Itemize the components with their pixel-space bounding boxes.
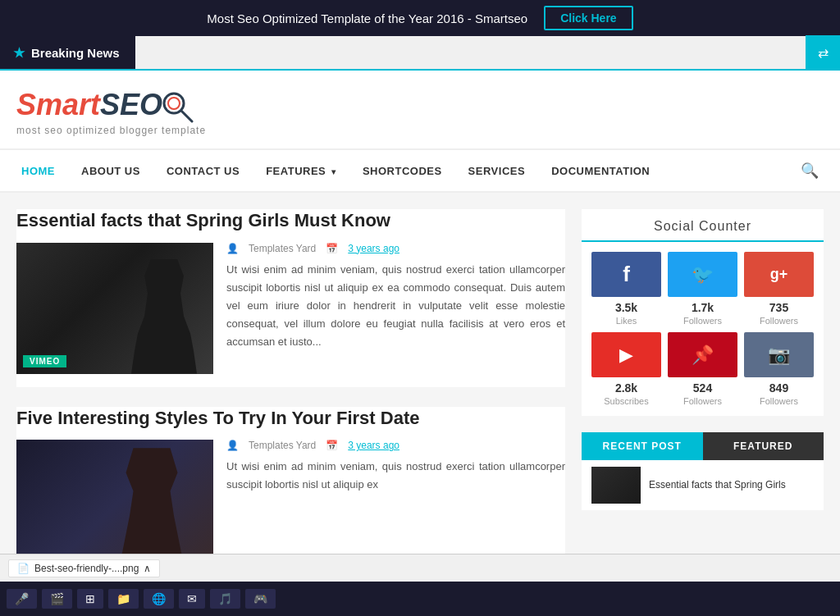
svg-point-2 xyxy=(168,98,180,109)
logo-smart: Smart xyxy=(16,88,100,122)
taskbar-windows[interactable]: ⊞ xyxy=(77,589,103,609)
browser-icon: 🌐 xyxy=(152,592,166,605)
logo-magnifier-icon xyxy=(159,87,195,123)
breaking-news-text: Breaking News xyxy=(31,46,120,60)
nav-item-features[interactable]: FEATURES ▾ xyxy=(253,152,349,190)
pinterest-label: Followers xyxy=(683,396,722,406)
article-1-content: VIMEO 👤 Templates Yard 📅 3 years ago Ut … xyxy=(16,243,565,374)
logo-tagline: most seo optimized blogger template xyxy=(16,125,824,136)
pinterest-icon-box[interactable]: 📌 xyxy=(668,332,737,377)
nav-item-about[interactable]: ABOUT US xyxy=(68,152,153,190)
article-1: Essential facts that Spring Girls Must K… xyxy=(16,209,565,387)
googleplus-label: Followers xyxy=(760,316,798,326)
pinterest-count: 524 xyxy=(693,381,712,395)
article-1-author: Templates Yard xyxy=(249,243,316,254)
article-2-title: Five Interesting Styles To Try In Your F… xyxy=(16,407,565,431)
taskbar-email[interactable]: ✉ xyxy=(179,589,205,609)
shuffle-icon[interactable]: ⇄ xyxy=(806,35,840,70)
youtube-icon-box[interactable]: ▶ xyxy=(591,332,661,377)
instagram-count: 849 xyxy=(769,381,788,395)
email-icon: ✉ xyxy=(187,592,197,605)
dropdown-arrow-icon: ▾ xyxy=(331,167,336,176)
woman-silhouette-2 xyxy=(115,448,189,571)
social-card-pinterest[interactable]: 📌 524 Followers xyxy=(668,332,737,406)
youtube-label: Subscribes xyxy=(604,396,648,406)
facebook-label: Likes xyxy=(616,316,637,326)
calendar-icon: 📅 xyxy=(326,243,338,254)
youtube-icon: ▶ xyxy=(619,345,633,366)
download-chevron[interactable]: ∧ xyxy=(144,563,151,574)
microphone-icon: 🎤 xyxy=(15,592,29,605)
pinterest-icon: 📌 xyxy=(692,345,714,366)
download-filename: Best-seo-friendly-....png xyxy=(34,563,139,574)
person-icon-2: 👤 xyxy=(226,440,239,451)
nav-item-contact[interactable]: CONTACT US xyxy=(153,152,253,190)
search-icon[interactable]: 🔍 xyxy=(788,150,832,191)
tab-recent-post[interactable]: RECENT POST xyxy=(582,432,703,460)
sidebar: Social Counter f 3.5k Likes 🐦 1.7k Foll xyxy=(582,209,824,604)
calendar-icon-2: 📅 xyxy=(326,440,338,451)
social-counter-title: Social Counter xyxy=(582,209,824,242)
nav-item-shortcodes[interactable]: SHORTCODES xyxy=(349,152,455,190)
logo-seo: SEO xyxy=(100,88,162,122)
nav-link-home[interactable]: HOME xyxy=(8,152,68,190)
social-card-twitter[interactable]: 🐦 1.7k Followers xyxy=(668,252,737,326)
top-banner: Most Seo Optimized Template of the Year … xyxy=(0,0,840,36)
posts-column: Essential facts that Spring Girls Must K… xyxy=(16,209,565,604)
googleplus-icon-box[interactable]: g+ xyxy=(744,252,814,297)
nav-item-services[interactable]: SERVICES xyxy=(455,152,539,190)
nav-item-home[interactable]: HOME xyxy=(8,152,68,190)
article-1-meta: 👤 Templates Yard 📅 3 years ago xyxy=(226,243,565,254)
instagram-icon: 📷 xyxy=(768,345,790,366)
taskbar-folder[interactable]: 📁 xyxy=(108,589,139,609)
twitter-icon: 🐦 xyxy=(692,264,714,285)
logo[interactable]: Smart SEO xyxy=(16,87,824,123)
article-1-image: VIMEO xyxy=(16,243,213,374)
nav-item-documentation[interactable]: DOCUMENTATION xyxy=(538,152,663,190)
vimeo-badge: VIMEO xyxy=(23,355,66,367)
taskbar-media[interactable]: 🎬 xyxy=(42,589,72,609)
download-file-icon: 📄 xyxy=(17,563,30,574)
nav-link-services[interactable]: SERVICES xyxy=(455,152,539,190)
article-2-image xyxy=(16,440,213,571)
breaking-news-bar: ★ Breaking News ⇄ xyxy=(0,36,840,71)
recent-featured-widget: RECENT POST FEATURED Essential facts tha… xyxy=(582,432,824,510)
nav-list: HOME ABOUT US CONTACT US FEATURES ▾ SHOR… xyxy=(0,150,840,191)
social-grid: f 3.5k Likes 🐦 1.7k Followers g+ xyxy=(582,242,824,416)
googleplus-icon: g+ xyxy=(770,266,788,283)
header: Smart SEO most seo optimized blogger tem… xyxy=(0,71,840,149)
taskbar-browser[interactable]: 🌐 xyxy=(144,589,174,609)
googleplus-count: 735 xyxy=(769,301,788,314)
folder-icon: 📁 xyxy=(116,592,130,605)
article-2-content: 👤 Templates Yard 📅 3 years ago Ut wisi e… xyxy=(16,440,565,571)
facebook-icon-box[interactable]: f xyxy=(591,252,661,297)
click-here-button[interactable]: Click Here xyxy=(544,6,632,30)
woman-silhouette-1 xyxy=(131,259,197,374)
download-bar: 📄 Best-seo-friendly-....png ∧ xyxy=(0,554,840,582)
article-2-author: Templates Yard xyxy=(249,440,316,451)
twitter-icon-box[interactable]: 🐦 xyxy=(668,252,737,297)
taskbar-mic[interactable]: 🎤 xyxy=(7,589,37,609)
music-icon: 🎵 xyxy=(218,592,232,605)
instagram-icon-box[interactable]: 📷 xyxy=(744,332,814,377)
facebook-count: 3.5k xyxy=(615,301,637,314)
nav-link-shortcodes[interactable]: SHORTCODES xyxy=(349,152,455,190)
social-card-facebook[interactable]: f 3.5k Likes xyxy=(591,252,661,326)
tab-featured[interactable]: FEATURED xyxy=(703,432,824,460)
taskbar-game[interactable]: 🎮 xyxy=(245,589,276,609)
breaking-news-label: ★ Breaking News xyxy=(0,36,135,69)
social-card-googleplus[interactable]: g+ 735 Followers xyxy=(744,252,814,326)
recent-post-item: Essential facts that Spring Girls xyxy=(582,460,824,510)
nav-link-features[interactable]: FEATURES ▾ xyxy=(253,152,349,190)
article-2-date: 3 years ago xyxy=(348,440,399,451)
facebook-icon: f xyxy=(623,262,630,287)
social-card-instagram[interactable]: 📷 849 Followers xyxy=(744,332,814,406)
nav-link-about[interactable]: ABOUT US xyxy=(68,152,153,190)
nav-link-contact[interactable]: CONTACT US xyxy=(153,152,253,190)
download-item[interactable]: 📄 Best-seo-friendly-....png ∧ xyxy=(8,559,160,577)
social-card-youtube[interactable]: ▶ 2.8k Subscribes xyxy=(591,332,661,406)
windows-icon: ⊞ xyxy=(85,592,95,605)
nav-link-documentation[interactable]: DOCUMENTATION xyxy=(538,152,663,190)
taskbar-music[interactable]: 🎵 xyxy=(210,589,240,609)
person-icon: 👤 xyxy=(226,243,239,254)
